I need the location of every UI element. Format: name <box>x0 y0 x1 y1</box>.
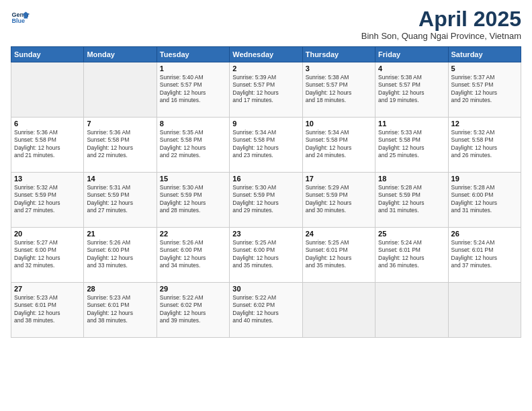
day-info: Sunrise: 5:26 AM Sunset: 6:00 PM Dayligh… <box>160 239 226 270</box>
calendar-cell: 8Sunrise: 5:35 AM Sunset: 5:58 PM Daylig… <box>157 118 229 173</box>
day-info: Sunrise: 5:38 AM Sunset: 5:57 PM Dayligh… <box>306 74 372 105</box>
calendar-cell: 27Sunrise: 5:23 AM Sunset: 6:01 PM Dayli… <box>11 283 84 338</box>
weekday-header-thursday: Thursday <box>302 47 375 62</box>
day-info: Sunrise: 5:28 AM Sunset: 6:00 PM Dayligh… <box>451 184 518 215</box>
calendar-table: SundayMondayTuesdayWednesdayThursdayFrid… <box>11 46 521 338</box>
calendar-cell: 10Sunrise: 5:34 AM Sunset: 5:58 PM Dayli… <box>302 118 375 173</box>
calendar-cell: 18Sunrise: 5:28 AM Sunset: 5:59 PM Dayli… <box>375 173 448 228</box>
day-number: 2 <box>232 64 299 73</box>
day-number: 16 <box>232 175 299 183</box>
svg-text:Blue: Blue <box>11 17 25 24</box>
logo: General Blue <box>11 8 30 27</box>
day-number: 14 <box>87 175 153 183</box>
day-number: 23 <box>232 230 299 238</box>
day-info: Sunrise: 5:25 AM Sunset: 6:00 PM Dayligh… <box>232 239 299 270</box>
calendar-cell: 29Sunrise: 5:22 AM Sunset: 6:02 PM Dayli… <box>157 283 229 338</box>
weekday-header-saturday: Saturday <box>448 47 521 62</box>
day-info: Sunrise: 5:35 AM Sunset: 5:58 PM Dayligh… <box>160 129 226 160</box>
day-info: Sunrise: 5:25 AM Sunset: 6:01 PM Dayligh… <box>306 239 372 270</box>
day-info: Sunrise: 5:39 AM Sunset: 5:57 PM Dayligh… <box>232 74 299 105</box>
calendar-header-row: SundayMondayTuesdayWednesdayThursdayFrid… <box>11 47 521 62</box>
day-number: 15 <box>160 175 226 183</box>
day-info: Sunrise: 5:38 AM Sunset: 5:57 PM Dayligh… <box>378 74 445 105</box>
day-number: 11 <box>378 120 445 128</box>
day-number: 3 <box>306 64 372 73</box>
day-number: 25 <box>378 230 445 238</box>
day-info: Sunrise: 5:37 AM Sunset: 5:57 PM Dayligh… <box>451 74 518 105</box>
day-number: 6 <box>14 120 81 128</box>
day-number: 26 <box>451 230 518 238</box>
calendar-cell: 7Sunrise: 5:36 AM Sunset: 5:58 PM Daylig… <box>84 118 157 173</box>
calendar-cell: 11Sunrise: 5:33 AM Sunset: 5:58 PM Dayli… <box>375 118 448 173</box>
calendar-cell <box>302 283 375 338</box>
day-info: Sunrise: 5:24 AM Sunset: 6:01 PM Dayligh… <box>378 239 445 270</box>
day-info: Sunrise: 5:22 AM Sunset: 6:02 PM Dayligh… <box>232 294 299 325</box>
day-info: Sunrise: 5:26 AM Sunset: 6:00 PM Dayligh… <box>87 239 153 270</box>
day-number: 30 <box>232 285 299 293</box>
day-number: 9 <box>232 120 299 128</box>
day-number: 27 <box>14 285 81 293</box>
calendar-cell: 6Sunrise: 5:36 AM Sunset: 5:58 PM Daylig… <box>11 118 84 173</box>
day-info: Sunrise: 5:36 AM Sunset: 5:58 PM Dayligh… <box>14 129 81 160</box>
month-title: April 2025 <box>361 8 521 30</box>
calendar-cell <box>375 283 448 338</box>
day-number: 1 <box>160 64 226 73</box>
weekday-header-monday: Monday <box>84 47 157 62</box>
day-info: Sunrise: 5:33 AM Sunset: 5:58 PM Dayligh… <box>378 129 445 160</box>
day-number: 17 <box>306 175 372 183</box>
day-info: Sunrise: 5:36 AM Sunset: 5:58 PM Dayligh… <box>87 129 153 160</box>
day-info: Sunrise: 5:29 AM Sunset: 5:59 PM Dayligh… <box>306 184 372 215</box>
calendar-cell: 23Sunrise: 5:25 AM Sunset: 6:00 PM Dayli… <box>230 228 302 283</box>
calendar-cell: 12Sunrise: 5:32 AM Sunset: 5:58 PM Dayli… <box>448 118 521 173</box>
day-number: 24 <box>306 230 372 238</box>
logo-icon: General Blue <box>11 8 30 27</box>
day-number: 10 <box>306 120 372 128</box>
day-number: 5 <box>451 64 518 73</box>
calendar-cell <box>11 62 84 118</box>
calendar-cell: 14Sunrise: 5:31 AM Sunset: 5:59 PM Dayli… <box>84 173 157 228</box>
title-area: April 2025 Binh Son, Quang Ngai Province… <box>361 8 521 41</box>
day-info: Sunrise: 5:23 AM Sunset: 6:01 PM Dayligh… <box>87 294 153 325</box>
calendar-cell: 17Sunrise: 5:29 AM Sunset: 5:59 PM Dayli… <box>302 173 375 228</box>
day-number: 21 <box>87 230 153 238</box>
calendar-cell <box>84 62 157 118</box>
calendar-cell: 22Sunrise: 5:26 AM Sunset: 6:00 PM Dayli… <box>157 228 229 283</box>
day-number: 7 <box>87 120 153 128</box>
day-info: Sunrise: 5:27 AM Sunset: 6:00 PM Dayligh… <box>14 239 81 270</box>
weekday-header-sunday: Sunday <box>11 47 84 62</box>
calendar-week-4: 20Sunrise: 5:27 AM Sunset: 6:00 PM Dayli… <box>11 228 521 283</box>
day-number: 18 <box>378 175 445 183</box>
calendar-week-1: 1Sunrise: 5:40 AM Sunset: 5:57 PM Daylig… <box>11 62 521 118</box>
calendar-cell: 2Sunrise: 5:39 AM Sunset: 5:57 PM Daylig… <box>230 62 302 118</box>
calendar-cell: 16Sunrise: 5:30 AM Sunset: 5:59 PM Dayli… <box>230 173 302 228</box>
day-number: 28 <box>87 285 153 293</box>
calendar-cell: 28Sunrise: 5:23 AM Sunset: 6:01 PM Dayli… <box>84 283 157 338</box>
day-number: 4 <box>378 64 445 73</box>
header: General Blue April 2025 Binh Son, Quang … <box>11 8 521 41</box>
calendar-cell: 21Sunrise: 5:26 AM Sunset: 6:00 PM Dayli… <box>84 228 157 283</box>
day-number: 12 <box>451 120 518 128</box>
day-info: Sunrise: 5:34 AM Sunset: 5:58 PM Dayligh… <box>232 129 299 160</box>
day-info: Sunrise: 5:30 AM Sunset: 5:59 PM Dayligh… <box>160 184 226 215</box>
day-info: Sunrise: 5:28 AM Sunset: 5:59 PM Dayligh… <box>378 184 445 215</box>
day-number: 20 <box>14 230 81 238</box>
day-number: 22 <box>160 230 226 238</box>
day-info: Sunrise: 5:23 AM Sunset: 6:01 PM Dayligh… <box>14 294 81 325</box>
day-info: Sunrise: 5:30 AM Sunset: 5:59 PM Dayligh… <box>232 184 299 215</box>
location: Binh Son, Quang Ngai Province, Vietnam <box>361 31 521 41</box>
day-info: Sunrise: 5:32 AM Sunset: 5:58 PM Dayligh… <box>451 129 518 160</box>
day-info: Sunrise: 5:40 AM Sunset: 5:57 PM Dayligh… <box>160 74 226 105</box>
calendar-cell: 13Sunrise: 5:32 AM Sunset: 5:59 PM Dayli… <box>11 173 84 228</box>
calendar-cell: 24Sunrise: 5:25 AM Sunset: 6:01 PM Dayli… <box>302 228 375 283</box>
day-number: 19 <box>451 175 518 183</box>
calendar-week-2: 6Sunrise: 5:36 AM Sunset: 5:58 PM Daylig… <box>11 118 521 173</box>
calendar-cell: 26Sunrise: 5:24 AM Sunset: 6:01 PM Dayli… <box>448 228 521 283</box>
weekday-header-tuesday: Tuesday <box>157 47 229 62</box>
calendar-cell: 25Sunrise: 5:24 AM Sunset: 6:01 PM Dayli… <box>375 228 448 283</box>
weekday-header-wednesday: Wednesday <box>230 47 302 62</box>
calendar-week-3: 13Sunrise: 5:32 AM Sunset: 5:59 PM Dayli… <box>11 173 521 228</box>
day-info: Sunrise: 5:22 AM Sunset: 6:02 PM Dayligh… <box>160 294 226 325</box>
day-number: 13 <box>14 175 81 183</box>
day-info: Sunrise: 5:31 AM Sunset: 5:59 PM Dayligh… <box>87 184 153 215</box>
day-number: 8 <box>160 120 226 128</box>
